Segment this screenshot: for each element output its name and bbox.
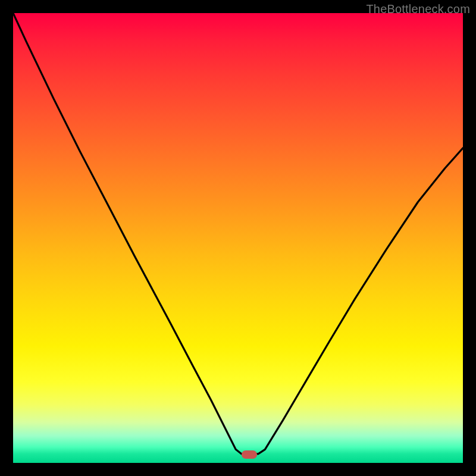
optimal-point-marker bbox=[242, 450, 257, 459]
plot-area bbox=[13, 13, 463, 463]
chart-frame: TheBottleneck.com bbox=[0, 0, 476, 476]
curve-path bbox=[13, 13, 463, 454]
watermark-text: TheBottleneck.com bbox=[366, 2, 470, 16]
bottleneck-curve bbox=[13, 13, 463, 463]
